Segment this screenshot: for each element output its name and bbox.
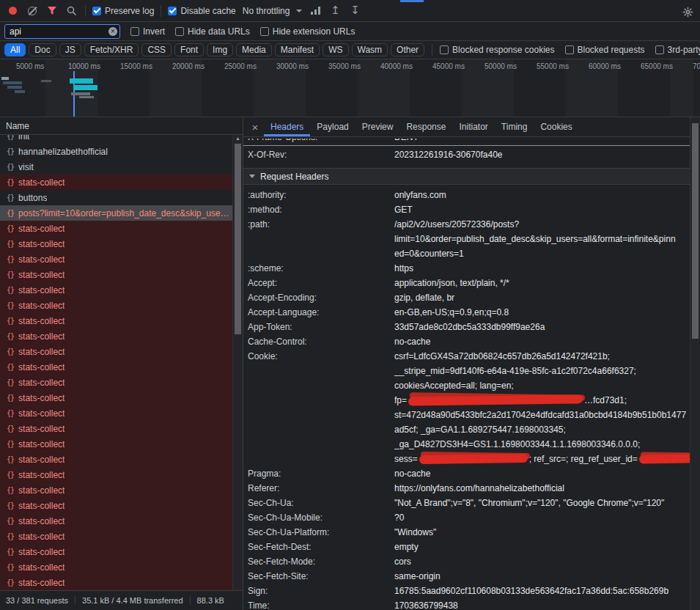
- request-name: stats-collect: [18, 547, 65, 557]
- name-column-header[interactable]: Name: [0, 117, 243, 135]
- search-button[interactable]: [65, 4, 78, 18]
- type-filter-font[interactable]: Font: [174, 43, 204, 56]
- type-filter-js[interactable]: JS: [59, 43, 81, 56]
- request-row[interactable]: {}stats-collect: [0, 421, 232, 436]
- request-row[interactable]: {}stats-collect: [0, 498, 232, 513]
- request-row[interactable]: {}visit: [0, 159, 232, 174]
- header-row: Accept-Encoding:gzip, deflate, br: [243, 290, 690, 305]
- disable-cache-checkbox[interactable]: [168, 7, 177, 15]
- request-row[interactable]: {}init: [0, 135, 232, 144]
- clear-button[interactable]: [26, 4, 39, 18]
- header-name: Sign:: [248, 584, 394, 598]
- network-conditions-button[interactable]: [309, 4, 322, 18]
- import-har-button[interactable]: ↥: [328, 4, 342, 18]
- request-row[interactable]: {}stats-collect: [0, 529, 232, 544]
- request-row[interactable]: {}stats-collect: [0, 482, 232, 498]
- timeline-tick: 5000 ms: [16, 62, 44, 70]
- tab-cookies[interactable]: Cookies: [534, 117, 578, 136]
- header-value: 16785:5aad9602cf110608b03133de563642fac1…: [394, 584, 690, 598]
- request-row[interactable]: {}stats-collect: [0, 221, 232, 236]
- waterfall-bar: [79, 96, 94, 98]
- throttling-dropdown[interactable]: No throttling: [243, 6, 303, 16]
- type-filter-fetch-xhr[interactable]: Fetch/XHR: [84, 43, 139, 56]
- type-filter-manifest[interactable]: Manifest: [275, 43, 320, 56]
- tab-preview[interactable]: Preview: [355, 117, 400, 136]
- request-row[interactable]: {}stats-collect: [0, 236, 232, 251]
- details-scrollbar[interactable]: [690, 117, 700, 610]
- invert-checkbox[interactable]: [130, 27, 139, 36]
- request-row[interactable]: {}stats-collect: [0, 575, 232, 590]
- request-row[interactable]: {}stats-collect: [0, 436, 232, 452]
- request-row[interactable]: {}stats-collect: [0, 251, 232, 267]
- filter-input[interactable]: [4, 24, 120, 39]
- search-icon: [67, 6, 77, 16]
- hide-extension-urls-toggle[interactable]: Hide extension URLs: [260, 26, 355, 37]
- request-row[interactable]: {}stats-collect: [0, 267, 232, 282]
- type-filter-img[interactable]: Img: [207, 43, 233, 56]
- request-row[interactable]: {}stats-collect: [0, 298, 232, 313]
- scrollbar-thumb[interactable]: [692, 123, 699, 339]
- json-file-icon: {}: [7, 332, 14, 340]
- settings-button[interactable]: [681, 5, 694, 18]
- request-row[interactable]: {}stats-collect: [0, 344, 232, 359]
- tab-payload[interactable]: Payload: [310, 117, 355, 136]
- clear-filter-icon[interactable]: ×: [108, 27, 117, 36]
- request-row[interactable]: {}stats-collect: [0, 328, 232, 344]
- scroll-up-icon[interactable]: ▲: [235, 136, 240, 141]
- tab-initiator[interactable]: Initiator: [452, 117, 494, 136]
- signal-bars-icon: [310, 6, 321, 15]
- request-row[interactable]: {}stats-collect: [0, 452, 232, 467]
- tab-response[interactable]: Response: [399, 117, 452, 136]
- type-filter-all[interactable]: All: [4, 43, 26, 56]
- invert-toggle[interactable]: Invert: [130, 26, 165, 37]
- record-button[interactable]: [6, 4, 19, 18]
- type-filter-other[interactable]: Other: [391, 43, 424, 56]
- scrollbar-thumb[interactable]: [235, 144, 241, 334]
- timeline-overview[interactable]: 5000 ms10000 ms15000 ms20000 ms25000 ms3…: [0, 59, 700, 117]
- request-row[interactable]: {}stats-collect: [0, 359, 232, 375]
- tab-headers[interactable]: Headers: [264, 117, 310, 136]
- request-row[interactable]: {}stats-collect: [0, 390, 232, 405]
- request-row[interactable]: {}hannahelizabethofficial: [0, 144, 232, 159]
- type-filter-css[interactable]: CSS: [141, 43, 172, 56]
- type-filter-ws[interactable]: WS: [323, 43, 348, 56]
- export-har-button[interactable]: ↧: [348, 4, 361, 18]
- request-row[interactable]: {}buttons: [0, 190, 232, 205]
- checkbox[interactable]: [440, 45, 449, 54]
- json-file-icon: {}: [7, 178, 14, 186]
- checkbox[interactable]: [655, 45, 664, 54]
- json-file-icon: {}: [7, 163, 14, 171]
- preserve-log-checkbox[interactable]: [92, 7, 101, 15]
- request-headers-section-header[interactable]: Request Headers: [243, 168, 690, 185]
- preserve-log-toggle[interactable]: Preserve log: [92, 6, 154, 16]
- request-row[interactable]: {}stats-collect: [0, 174, 232, 190]
- filter-checkbox-group[interactable]: Blocked requests: [565, 45, 645, 55]
- filter-checkbox-group[interactable]: Blocked response cookies: [440, 45, 554, 55]
- type-filter-doc[interactable]: Doc: [29, 43, 56, 56]
- type-filter-wasm[interactable]: Wasm: [352, 43, 388, 56]
- request-row[interactable]: {}stats-collect: [0, 313, 232, 328]
- header-row: Accept:application/json, text/plain, */*: [243, 276, 690, 290]
- request-list-scrollbar[interactable]: ▲: [232, 135, 243, 590]
- hide-data-urls-toggle[interactable]: Hide data URLs: [175, 26, 250, 37]
- request-row[interactable]: {}stats-collect: [0, 544, 232, 559]
- request-row[interactable]: {}stats-collect: [0, 282, 232, 298]
- request-row[interactable]: {}stats-collect: [0, 405, 232, 421]
- hide-data-urls-checkbox[interactable]: [175, 27, 184, 36]
- status-bar: 33 / 381 requests35.1 kB / 4.4 MB transf…: [0, 590, 243, 610]
- checkbox[interactable]: [565, 45, 574, 54]
- request-name: stats-collect: [18, 470, 65, 480]
- request-row[interactable]: {}stats-collect: [0, 375, 232, 390]
- type-filter-media[interactable]: Media: [236, 43, 272, 56]
- filter-toggle-button[interactable]: [45, 4, 59, 18]
- hide-extension-urls-checkbox[interactable]: [260, 27, 269, 36]
- close-icon[interactable]: ×: [246, 121, 264, 133]
- request-row[interactable]: {}stats-collect: [0, 467, 232, 482]
- request-row[interactable]: {}posts?limit=10&order=publish_date_desc…: [0, 205, 232, 221]
- disable-cache-toggle[interactable]: Disable cache: [168, 6, 235, 16]
- request-row[interactable]: {}stats-collect: [0, 513, 232, 529]
- request-row[interactable]: {}stats-collect: [0, 559, 232, 575]
- filter-checkbox-group[interactable]: 3rd-party requests: [655, 45, 700, 55]
- funnel-icon: [47, 6, 57, 15]
- tab-timing[interactable]: Timing: [495, 117, 534, 136]
